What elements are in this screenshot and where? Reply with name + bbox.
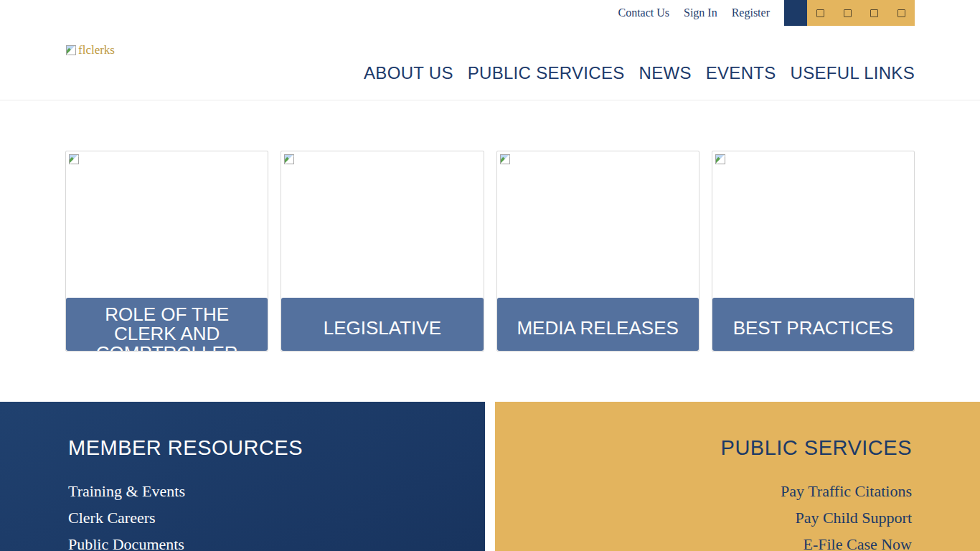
member-resources-panel: MEMBER RESOURCES Training & Events Clerk… — [0, 402, 485, 551]
card-title-band: BEST PRACTICES — [712, 298, 914, 351]
main-content: ROLE OF THE CLERK AND COMPTROLLER LEGISL… — [0, 151, 980, 551]
public-services-links: Pay Traffic Citations Pay Child Support … — [495, 478, 912, 551]
social-link-2[interactable] — [834, 0, 862, 26]
missing-glyph-icon — [816, 9, 824, 17]
bottom-split-section: MEMBER RESOURCES Training & Events Clerk… — [0, 402, 980, 551]
card-role-of-the-clerk[interactable]: ROLE OF THE CLERK AND COMPTROLLER — [65, 151, 268, 352]
card-title-band: ROLE OF THE CLERK AND COMPTROLLER — [66, 298, 268, 351]
missing-glyph-icon — [897, 9, 905, 17]
missing-glyph-icon — [844, 9, 852, 17]
card-title-band: LEGISLATIVE — [281, 298, 483, 351]
card-title: MEDIA RELEASES — [510, 319, 686, 338]
card-title: BEST PRACTICES — [725, 319, 901, 338]
nav-useful-links[interactable]: USEFUL LINKS — [791, 63, 915, 83]
topbar-navy-square-button[interactable] — [784, 0, 807, 26]
card-title: ROLE OF THE CLERK AND COMPTROLLER — [79, 305, 255, 351]
nav-news[interactable]: NEWS — [639, 63, 692, 83]
nav-about-us[interactable]: ABOUT US — [364, 63, 453, 83]
link-public-documents[interactable]: Public Documents — [68, 531, 485, 551]
card-title-band: MEDIA RELEASES — [497, 298, 699, 351]
member-resources-links: Training & Events Clerk Careers Public D… — [68, 478, 485, 551]
link-pay-child-support[interactable]: Pay Child Support — [495, 504, 912, 531]
member-resources-title: MEMBER RESOURCES — [68, 436, 485, 460]
sign-in-link[interactable]: Sign In — [684, 6, 717, 19]
social-icons-bar — [807, 0, 915, 26]
site-header: flclerks ABOUT US PUBLIC SERVICES NEWS E… — [0, 26, 980, 100]
missing-glyph-icon — [870, 9, 878, 17]
logo[interactable]: flclerks — [65, 43, 115, 57]
nav-public-services[interactable]: PUBLIC SERVICES — [468, 63, 625, 83]
main-nav: ABOUT US PUBLIC SERVICES NEWS EVENTS USE… — [364, 63, 915, 83]
nav-events[interactable]: EVENTS — [706, 63, 776, 83]
card-legislative[interactable]: LEGISLATIVE — [281, 151, 484, 352]
broken-image-icon — [715, 154, 726, 165]
broken-image-icon — [65, 44, 77, 56]
social-link-3[interactable] — [861, 0, 888, 26]
social-link-1[interactable] — [807, 0, 834, 26]
broken-image-icon — [283, 154, 295, 165]
public-services-title: PUBLIC SERVICES — [495, 436, 912, 460]
contact-us-link[interactable]: Contact Us — [618, 6, 669, 19]
broken-image-icon — [499, 154, 511, 165]
link-clerk-careers[interactable]: Clerk Careers — [68, 504, 485, 531]
register-link[interactable]: Register — [732, 6, 770, 19]
link-pay-traffic-citations[interactable]: Pay Traffic Citations — [495, 478, 912, 504]
logo-alt-text: flclerks — [78, 43, 115, 57]
topbar-inner: Contact Us Sign In Register — [65, 0, 915, 26]
public-services-panel: PUBLIC SERVICES Pay Traffic Citations Pa… — [495, 402, 980, 551]
link-training-events[interactable]: Training & Events — [68, 478, 485, 504]
card-best-practices[interactable]: BEST PRACTICES — [712, 151, 915, 352]
social-link-4[interactable] — [888, 0, 915, 26]
topbar: Contact Us Sign In Register — [0, 0, 980, 26]
card-media-releases[interactable]: MEDIA RELEASES — [496, 151, 699, 352]
broken-image-icon — [68, 154, 80, 165]
card-title: LEGISLATIVE — [294, 319, 470, 338]
link-efile-case-now[interactable]: E-File Case Now — [495, 531, 912, 551]
feature-cards: ROLE OF THE CLERK AND COMPTROLLER LEGISL… — [65, 151, 915, 352]
